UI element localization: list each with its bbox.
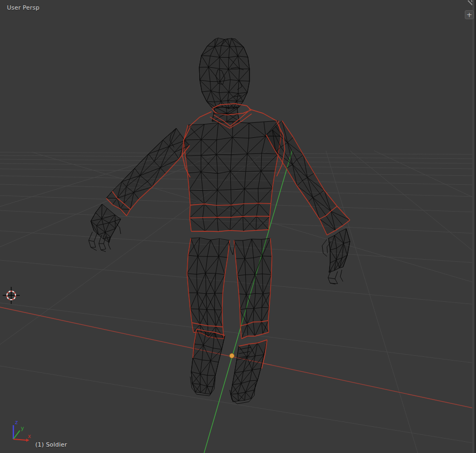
soldier-wireframe-mesh[interactable] [89, 38, 350, 404]
blender-3d-viewport[interactable]: zyx User Persp (1) Soldier + [0, 0, 476, 453]
view-name-label: User Persp [7, 4, 40, 11]
active-object-label: (1) Soldier [35, 441, 67, 448]
svg-text:z: z [15, 419, 18, 425]
svg-text:y: y [21, 425, 24, 431]
object-origin-point [230, 354, 235, 358]
viewport-canvas[interactable]: zyx [0, 0, 476, 453]
svg-text:x: x [28, 433, 31, 439]
expand-region-plus-icon[interactable]: + [465, 10, 474, 19]
axis-orientation-gizmo: zyx [13, 419, 31, 442]
3d-cursor [3, 287, 20, 304]
